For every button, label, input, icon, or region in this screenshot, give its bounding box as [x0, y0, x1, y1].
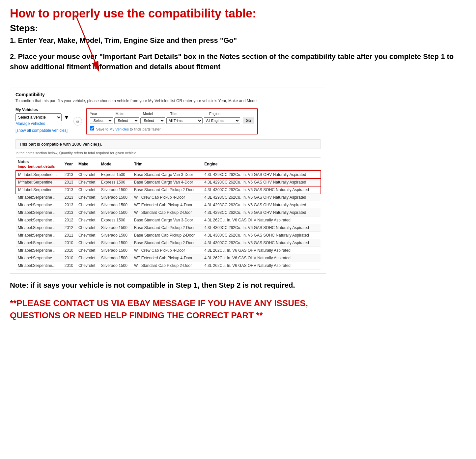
- notes-cell: Mfrlabel:Serpentine ...: [16, 209, 63, 216]
- notes-cell: Mfrlabel:Serpentine ...: [16, 224, 63, 232]
- go-button[interactable]: Go: [243, 117, 254, 124]
- table-row: Mfrlabel:Serpentine... 2010 Chevrolet Si…: [16, 262, 321, 270]
- model-cell: Silverado 1500: [99, 186, 132, 194]
- make-cell: Chevrolet: [76, 239, 99, 247]
- contact-section: **PLEASE CONTACT US VIA EBAY MESSAGE IF …: [10, 297, 326, 321]
- table-row: Mfrlabel:Serpentine ... 2011 Chevrolet S…: [16, 232, 321, 239]
- manage-vehicles-link[interactable]: Manage vehicles: [15, 121, 70, 126]
- note-section: Note: if it says your vehicle is not com…: [10, 280, 326, 291]
- engine-cell: 4.3L 262Cu. In. V6 GAS OHV Naturally Asp…: [202, 262, 321, 270]
- make-cell: Chevrolet: [76, 194, 99, 201]
- model-cell: Express 1500: [99, 171, 132, 179]
- svg-line-1: [76, 15, 99, 71]
- engine-cell: 4.3L 4300CC 262Cu. In. V6 GAS SOHC Natur…: [202, 186, 321, 194]
- save-suffix: to finds parts faster: [130, 127, 161, 131]
- my-vehicles-section: My Vehicles Select a vehicle ▼ Manage ve…: [15, 106, 70, 136]
- compat-title: Compatibility: [15, 92, 321, 97]
- year-cell: 2011: [63, 232, 76, 239]
- show-all-link[interactable]: [show all compatible vehicles]: [15, 128, 68, 133]
- engine-cell: 4.3L 4293CC 262Cu. In. V6 GAS OHV Natura…: [202, 194, 321, 201]
- make-label: Make: [116, 112, 140, 116]
- engine-select[interactable]: All Engines: [204, 117, 240, 124]
- ymm-labels-row: Year Make Model Trim Engine: [90, 112, 254, 116]
- engine-cell: 4.3L 4300CC 262Cu. In. V6 GAS SOHC Natur…: [202, 224, 321, 232]
- col-header-trim: Trim: [132, 158, 202, 171]
- year-cell: 2010: [63, 254, 76, 262]
- year-cell: 2010: [63, 247, 76, 254]
- model-label: Model: [143, 112, 168, 116]
- notes-cell: Mfrlabel:Serpentine ...: [16, 254, 63, 262]
- col-header-notes: Notes Important part details: [16, 158, 63, 171]
- engine-label: Engine: [209, 112, 245, 116]
- engine-cell: 4.3L 4293CC 262Cu. In. V6 GAS OHV Natura…: [202, 209, 321, 216]
- model-select[interactable]: -Select-: [140, 117, 165, 124]
- year-select[interactable]: -Select-: [90, 117, 113, 124]
- compatibility-container: Compatibility To confirm that this part …: [10, 88, 326, 274]
- trim-cell: WT Extended Cab Pickup 4-Door: [132, 254, 202, 262]
- ymm-selects-row: -Select- -Select- -Select- All Trims All…: [90, 117, 254, 124]
- notes-cell: Mfrlabel:Serpentine...: [16, 179, 63, 186]
- make-cell: Chevrolet: [76, 216, 99, 224]
- compat-subtitle: To confirm that this part fits your vehi…: [15, 99, 321, 103]
- trim-cell: Base Standard Cab Pickup 2-Door: [132, 239, 202, 247]
- make-cell: Chevrolet: [76, 247, 99, 254]
- my-vehicles-label: My Vehicles: [15, 107, 38, 112]
- model-cell: Silverado 1500: [99, 209, 132, 216]
- ymm-box: Year Make Model Trim Engine -Select- -Se…: [86, 108, 258, 134]
- save-line: Save to My Vehicles to finds parts faste…: [90, 126, 254, 131]
- make-cell: Chevrolet: [76, 171, 99, 179]
- notes-cell: Mfrlabel:Serpentine ...: [16, 201, 63, 209]
- table-row: Mfrlabel:Serpentine ... 2013 Chevrolet S…: [16, 194, 321, 201]
- engine-cell: 4.3L 4293CC 262Cu. In. V6 GAS OHV Natura…: [202, 171, 321, 179]
- trim-cell: WT Standard Cab Pickup 2-Door: [132, 209, 202, 216]
- trim-cell: Base Standard Cab Pickup 2-Door: [132, 232, 202, 239]
- year-cell: 2013: [63, 194, 76, 201]
- model-cell: Silverado 1500: [99, 201, 132, 209]
- year-cell: 2013: [63, 179, 76, 186]
- model-cell: Silverado 1500: [99, 194, 132, 201]
- trim-select[interactable]: All Trims: [166, 117, 203, 124]
- arrow-indicator: [56, 12, 115, 84]
- year-cell: 2010: [63, 239, 76, 247]
- dropdown-arrow-icon[interactable]: ▼: [64, 114, 70, 121]
- make-cell: Chevrolet: [76, 224, 99, 232]
- table-row: Mfrlabel:Serpentine... 2013 Chevrolet Ex…: [16, 179, 321, 186]
- engine-cell: 4.3L 4293CC 262Cu. In. V6 GAS OHV Natura…: [202, 179, 321, 186]
- trim-cell: Base Standard Cargo Van 3-Door: [132, 171, 202, 179]
- table-row: Mfrlabel:Serpentine ... 2013 Chevrolet S…: [16, 201, 321, 209]
- compat-note: In the notes section below, Quantity ref…: [15, 151, 321, 155]
- or-divider: or: [73, 117, 82, 126]
- notes-cell: Mfrlabel:Serpentine ...: [16, 171, 63, 179]
- notes-cell: Mfrlabel:Serpentine ...: [16, 216, 63, 224]
- compat-count-box: This part is compatible with 1000 vehicl…: [15, 139, 321, 149]
- make-cell: Chevrolet: [76, 262, 99, 270]
- model-cell: Silverado 1500: [99, 254, 132, 262]
- model-cell: Silverado 1500: [99, 224, 132, 232]
- col-header-model: Model: [99, 158, 132, 171]
- select-vehicle-dropdown[interactable]: Select a vehicle: [15, 113, 62, 121]
- make-cell: Chevrolet: [76, 201, 99, 209]
- save-checkbox[interactable]: [90, 126, 94, 130]
- model-cell: Silverado 1500: [99, 247, 132, 254]
- year-cell: 2013: [63, 201, 76, 209]
- make-select[interactable]: -Select-: [114, 117, 139, 124]
- table-row: Mfrlabel:Serpentine ... 2010 Chevrolet S…: [16, 247, 321, 254]
- col-header-engine: Engine: [202, 158, 321, 171]
- year-cell: 2013: [63, 186, 76, 194]
- make-cell: Chevrolet: [76, 209, 99, 216]
- important-part-label: Important part details: [18, 164, 55, 168]
- make-cell: Chevrolet: [76, 179, 99, 186]
- my-vehicles-link[interactable]: My Vehicles: [109, 127, 129, 131]
- model-cell: Express 1500: [99, 179, 132, 186]
- notes-cell: Mfrlabel:Serpentine ...: [16, 247, 63, 254]
- year-cell: 2013: [63, 209, 76, 216]
- make-cell: Chevrolet: [76, 186, 99, 194]
- year-label: Year: [90, 112, 113, 116]
- table-row: Mfrlabel:Serpentine ... 2013 Chevrolet S…: [16, 209, 321, 216]
- notes-cell: Mfrlabel:Serpentine ...: [16, 239, 63, 247]
- compat-row: My Vehicles Select a vehicle ▼ Manage ve…: [15, 106, 321, 136]
- notes-header-text: Notes: [18, 159, 29, 164]
- col-header-make: Make: [76, 158, 99, 171]
- engine-cell: 4.3L 262Cu. In. V6 GAS OHV Naturally Asp…: [202, 247, 321, 254]
- trim-cell: WT Standard Cab Pickup 2-Door: [132, 262, 202, 270]
